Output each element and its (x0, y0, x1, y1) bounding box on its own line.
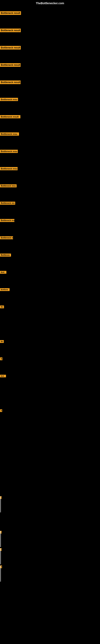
bottleneck-badge: Bott (0, 271, 6, 274)
bottleneck-badge: Bottleneck result (0, 46, 21, 50)
bottleneck-badge: Bo (0, 340, 4, 343)
bottleneck-badge: Bottleneck resu (0, 184, 17, 187)
site-title: TheBottlenecker.com (36, 2, 64, 5)
bottleneck-badge: B (0, 358, 2, 360)
bottleneck-badge: Bott (0, 375, 6, 377)
bottleneck-badge: Bo (0, 306, 4, 308)
bottleneck-badge: Bottleneck resu (0, 98, 18, 101)
bottleneck-badge: Bottleneck res (0, 202, 15, 205)
bottleneck-badge: Bottleneck result (0, 115, 20, 118)
bottleneck-badge: Bottleneck resu (0, 150, 18, 153)
vertical-line (0, 548, 1, 564)
bottleneck-badge: Bottlenec (0, 254, 11, 256)
bottleneck-badge: Bottlene (0, 288, 10, 291)
bottleneck-badge: B (0, 409, 2, 412)
vertical-line (0, 566, 1, 582)
vertical-line (0, 496, 1, 512)
bottleneck-badge: Bottleneck re (0, 236, 13, 239)
bottleneck-badge: Bottleneck result (0, 11, 21, 15)
bottleneck-badge: Bottleneck result (0, 63, 21, 67)
bottleneck-badge: Bottleneck resu (0, 132, 19, 136)
bottleneck-badge: Bottleneck resu (0, 167, 18, 170)
bottleneck-badge: Bottleneck res (0, 219, 14, 222)
vertical-line (0, 531, 1, 547)
bottleneck-badge: Bottleneck result (0, 28, 21, 32)
bottleneck-badge: Bottleneck result (0, 80, 21, 84)
